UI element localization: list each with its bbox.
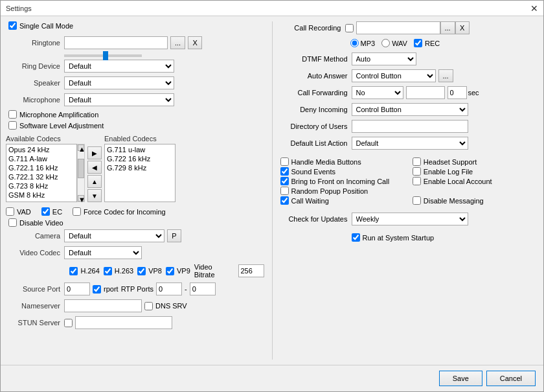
stun-input[interactable] — [75, 316, 172, 329]
list-item[interactable]: G.729 8 kHz — [106, 163, 174, 172]
ec-label: EC — [52, 208, 62, 216]
camera-row: Camera Default P — [6, 229, 264, 242]
handle-media-row: Handle Media Buttons — [280, 157, 406, 166]
video-codec-label: Video Codec — [6, 249, 64, 257]
enable-local-account-row: Enable Local Account — [413, 177, 538, 185]
codec-remove-btn[interactable]: ◀ — [87, 161, 102, 174]
list-item[interactable]: G.722.1 32 kHz — [7, 172, 76, 181]
list-item[interactable]: AMR 8 kHz — [7, 200, 76, 202]
sound-events-label: Sound Events — [291, 168, 336, 176]
ringtone-clear-btn[interactable]: X — [188, 36, 202, 49]
list-item[interactable]: G.711 u-law — [106, 145, 174, 154]
window-title: Settings — [6, 5, 32, 12]
single-call-mode-row: Single Call Mode — [6, 21, 264, 30]
scroll-up-btn[interactable]: ▲ — [78, 144, 84, 151]
check-updates-select[interactable]: Weekly — [352, 213, 468, 225]
rec-option: REC — [414, 39, 440, 47]
codec-down-btn[interactable]: ▼ — [87, 189, 102, 202]
random-popup-checkbox[interactable] — [280, 187, 289, 195]
video-bitrate-input[interactable] — [238, 264, 264, 277]
stun-checkbox[interactable] — [64, 319, 73, 327]
default-list-action-select[interactable]: Default — [352, 137, 468, 150]
ringtone-browse-btn[interactable]: ... — [170, 36, 185, 49]
call-recording-browse-btn[interactable]: ... — [440, 21, 455, 34]
camera-select[interactable]: Default — [64, 229, 164, 242]
cancel-button[interactable]: Cancel — [486, 371, 536, 386]
disable-video-label: Disable Video — [19, 219, 63, 227]
vp8-checkbox[interactable] — [137, 267, 146, 275]
enabled-codecs-list[interactable]: G.711 u-law G.722 16 kHz G.729 8 kHz — [104, 144, 176, 202]
microphone-select[interactable]: Default — [64, 93, 174, 106]
ringtone-input[interactable] — [64, 36, 168, 49]
software-level-checkbox[interactable] — [8, 121, 17, 130]
enable-log-checkbox[interactable] — [413, 167, 421, 176]
rec-checkbox[interactable] — [414, 39, 422, 47]
disable-video-checkbox[interactable] — [8, 218, 17, 227]
call-recording-input[interactable] — [356, 21, 440, 34]
single-call-mode-checkbox[interactable] — [8, 21, 17, 30]
headset-support-checkbox[interactable] — [413, 157, 421, 166]
directory-users-input[interactable] — [352, 120, 468, 133]
nameserver-input[interactable] — [64, 299, 142, 312]
call-forwarding-number-input[interactable] — [406, 86, 445, 99]
mic-amplification-row: Microphone Amplification — [8, 110, 264, 119]
disable-messaging-checkbox[interactable] — [413, 196, 421, 205]
list-item[interactable]: G.722 16 kHz — [106, 154, 174, 163]
ringtone-slider[interactable] — [64, 54, 142, 57]
auto-answer-row: Auto Answer Control Button ... — [280, 69, 539, 82]
available-codecs-list[interactable]: Opus 24 kHz G.711 A-law G.722.1 16 kHz G… — [6, 144, 77, 202]
run-startup-checkbox[interactable] — [352, 233, 360, 242]
mp3-radio[interactable] — [350, 39, 359, 47]
codec-up-btn[interactable]: ▲ — [87, 175, 102, 188]
bring-front-checkbox[interactable] — [280, 177, 289, 185]
auto-answer-config-btn[interactable]: ... — [438, 69, 453, 82]
dns-srv-checkbox[interactable] — [144, 302, 153, 310]
headset-support-row: Headset Support — [413, 157, 538, 166]
dtmf-select[interactable]: Auto — [352, 52, 416, 65]
camera-p-btn[interactable]: P — [167, 229, 181, 242]
auto-answer-label: Auto Answer — [280, 72, 352, 80]
list-item[interactable]: G.711 A-law — [7, 154, 76, 163]
check-updates-label: Check for Updates — [280, 215, 352, 223]
enable-local-account-checkbox[interactable] — [413, 177, 421, 185]
save-button[interactable]: Save — [439, 371, 482, 386]
auto-answer-select[interactable]: Control Button — [352, 69, 436, 82]
ec-checkbox[interactable] — [41, 207, 50, 216]
rport-checkbox[interactable] — [93, 285, 101, 294]
codec-add-btn[interactable]: ▶ — [87, 146, 102, 159]
deny-incoming-select[interactable]: Control Button — [352, 103, 468, 116]
h263-checkbox[interactable] — [104, 267, 112, 275]
call-recording-clear-btn[interactable]: X — [455, 21, 470, 34]
rtp-port-separator: - — [185, 285, 187, 293]
list-item[interactable]: GSM 8 kHz — [7, 190, 76, 200]
rtp-port-from-input[interactable] — [156, 282, 182, 295]
codecs-scrollbar[interactable]: ▲ ▼ — [77, 144, 85, 202]
call-forwarding-sec-input[interactable] — [448, 86, 467, 99]
source-port-input[interactable] — [64, 282, 90, 295]
video-codec-select[interactable]: Default — [64, 246, 142, 259]
speaker-select[interactable]: Default — [64, 76, 174, 89]
rtp-port-to-input[interactable] — [190, 282, 216, 295]
mic-amplification-checkbox[interactable] — [8, 110, 17, 119]
sound-events-checkbox[interactable] — [280, 167, 289, 176]
handle-media-checkbox[interactable] — [280, 157, 289, 166]
microphone-row: Microphone Default — [6, 93, 264, 106]
vad-checkbox[interactable] — [6, 207, 14, 216]
call-recording-checkbox[interactable] — [345, 24, 354, 32]
vp9-checkbox[interactable] — [166, 267, 174, 275]
list-item[interactable]: G.723 8 kHz — [7, 181, 76, 190]
call-forwarding-select[interactable]: No — [352, 86, 403, 99]
call-forwarding-label: Call Forwarding — [280, 89, 352, 97]
close-button[interactable]: ✕ — [530, 4, 538, 13]
list-item[interactable]: Opus 24 kHz — [7, 145, 76, 154]
ring-device-select[interactable]: Default — [64, 60, 174, 73]
h264-checkbox[interactable] — [69, 267, 78, 275]
call-waiting-checkbox[interactable] — [280, 196, 289, 205]
handle-media-label: Handle Media Buttons — [291, 158, 361, 166]
wav-radio[interactable] — [381, 39, 390, 47]
vp8-row: VP8 — [137, 267, 162, 275]
list-item[interactable]: G.722.1 16 kHz — [7, 163, 76, 172]
force-codec-checkbox[interactable] — [73, 207, 81, 216]
scroll-down-btn[interactable]: ▼ — [78, 195, 84, 202]
call-waiting-label: Call Waiting — [291, 197, 329, 205]
